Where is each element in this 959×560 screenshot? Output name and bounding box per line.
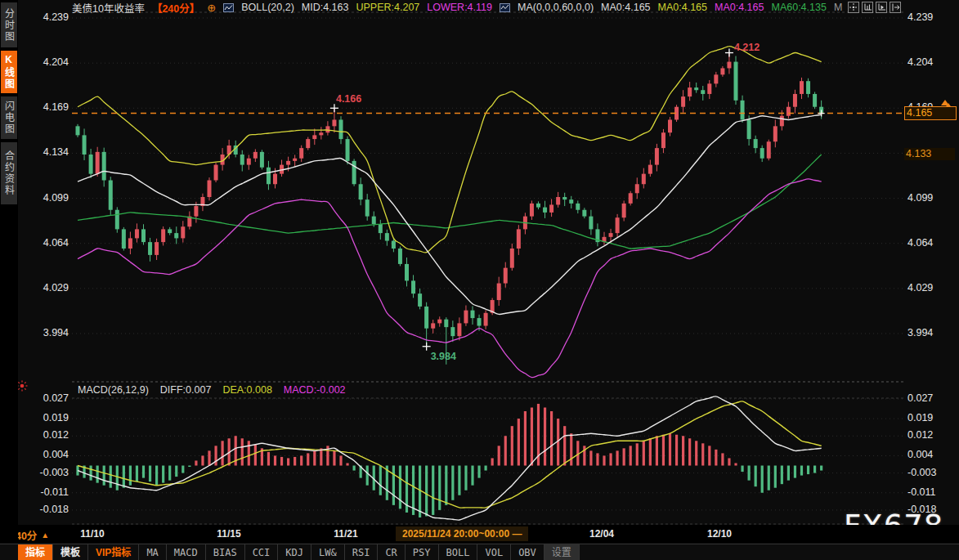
toolbar-tab-cci[interactable]: CCI	[245, 544, 279, 560]
candle-body	[780, 116, 784, 127]
y-axis-label: 4.099	[18, 192, 69, 204]
toolbar-tab-cr[interactable]: CR	[378, 544, 405, 560]
candle-body	[89, 155, 93, 174]
candle-body	[786, 107, 791, 116]
macd-header: MACD(26,12,9) DIFF:0.007 DEA:0.008 MACD:…	[78, 383, 346, 396]
candle-body	[168, 229, 172, 233]
candle-body	[701, 90, 705, 94]
candle-body	[471, 311, 475, 318]
candle-body	[405, 264, 409, 280]
candle-body	[589, 217, 593, 230]
pan-right-button[interactable]	[890, 2, 901, 13]
candle-body	[576, 204, 580, 210]
ma0-yellow-value: MA0:4.165	[658, 2, 707, 13]
candle-body	[629, 193, 633, 204]
toolbar-tab-vol[interactable]: VOL	[477, 544, 511, 560]
candle-body	[299, 148, 303, 159]
candle-body	[339, 119, 343, 139]
toolbar-tab-ma[interactable]: MA	[139, 544, 166, 560]
axis-playback-button[interactable]	[876, 2, 887, 13]
candle-body	[161, 229, 165, 242]
candle-body	[260, 152, 264, 168]
candle-body	[642, 174, 646, 185]
price-annotation: 3.984	[431, 351, 456, 362]
x-axis-tick: 11/15	[217, 528, 240, 540]
candle-body	[385, 233, 389, 240]
candle-body	[727, 62, 731, 69]
candle-body	[694, 87, 698, 90]
boll-mid-value: MID:4.163	[302, 2, 349, 13]
y-axis-label: 4.239	[907, 11, 957, 23]
candle-body	[128, 238, 132, 249]
candle-body	[148, 242, 152, 255]
candle-body	[247, 159, 251, 165]
candle-body	[76, 126, 80, 135]
period-tag[interactable]: 【240分】	[152, 0, 199, 16]
candle-body	[431, 323, 435, 328]
ma0-white-value: MA0:4.165	[601, 2, 650, 13]
chart-canvas[interactable]: 4.1664.2123.984	[0, 0, 959, 560]
y-axis-label: 4.029	[18, 282, 69, 293]
candle-body	[141, 229, 146, 242]
macd-dea-value: DEA:0.008	[222, 384, 271, 396]
x-axis-tick: 12/04	[589, 528, 614, 540]
y-axis-label: 4.204	[907, 56, 957, 68]
x-axis-tick: 12/10	[707, 528, 732, 540]
toolbar-tab-vip-indicator[interactable]: VIP指标	[88, 544, 139, 560]
toolbar-tab-settings[interactable]: 设置	[544, 544, 580, 560]
candle-body	[457, 323, 461, 336]
toolbar-tab-obv[interactable]: OBV	[511, 544, 544, 560]
candle-body	[517, 229, 521, 249]
add-indicator-icon[interactable]: ⊕	[207, 2, 216, 13]
candle-body	[293, 159, 297, 161]
toolbar-tab-boll[interactable]: BOLL	[439, 544, 478, 560]
macd-axis-label: 0.004	[907, 449, 957, 460]
toolbar-tab-lw[interactable]: LW&	[311, 544, 345, 560]
candle-body	[267, 168, 271, 184]
axis-scale-button[interactable]	[862, 2, 873, 13]
macd-axis-label: 0.019	[18, 412, 69, 423]
toolbar-tab-bias[interactable]: BIAS	[206, 544, 245, 560]
candle-body	[214, 165, 218, 181]
candle-body	[115, 210, 119, 230]
macd-axis-label: -0.011	[18, 486, 69, 498]
boll-lower-value: LOWER:4.119	[427, 2, 492, 13]
candle-body	[616, 217, 620, 233]
crosshair-tool-button[interactable]	[848, 2, 859, 13]
y-axis-label: 3.994	[907, 327, 957, 338]
sidebar-item-tab-kline-chart[interactable]: K线图	[1, 51, 17, 93]
candle-body	[365, 199, 370, 216]
toolbar-tab-psy[interactable]: PSY	[406, 544, 439, 560]
candle-body	[332, 119, 336, 126]
candle-body	[392, 241, 396, 249]
candle-body	[741, 101, 745, 120]
candle-body	[181, 226, 185, 238]
candle-body	[346, 139, 350, 161]
candle-body	[155, 242, 159, 255]
sidebar-item-tab-contract-info[interactable]: 合约资料	[1, 142, 17, 204]
candle-body	[83, 135, 87, 155]
sidebar-item-tab-time-chart[interactable]: 分时图	[1, 2, 17, 47]
candle-body	[379, 224, 383, 233]
candle-body	[661, 132, 665, 148]
price-annotation: 4.166	[336, 93, 361, 105]
candle-body	[681, 96, 685, 107]
toolbar-tab-indicator[interactable]: 指标	[18, 544, 53, 560]
toolbar-tab-kdj[interactable]: KDJ	[278, 544, 311, 560]
y-axis-label: 4.099	[907, 192, 957, 204]
toolbar-tab-macd[interactable]: MACD	[167, 544, 206, 560]
candle-body	[800, 81, 804, 94]
candle-body	[635, 184, 639, 193]
toolbar-tab-rsi[interactable]: RSI	[345, 544, 379, 560]
y-axis-label: 4.064	[18, 237, 69, 249]
candle-body	[793, 94, 797, 107]
toolbar-tab-template[interactable]: 模板	[53, 544, 88, 560]
candle-body	[556, 197, 560, 204]
candle-body	[477, 318, 482, 325]
y-axis-label: 4.204	[18, 56, 69, 68]
candle-body	[306, 139, 310, 148]
secondary-price-marker: 4.133	[904, 148, 955, 160]
candle-body	[536, 204, 540, 208]
sidebar-item-tab-lightning-chart[interactable]: 闪电图	[1, 96, 17, 139]
price-annotation: 4.212	[734, 42, 760, 53]
